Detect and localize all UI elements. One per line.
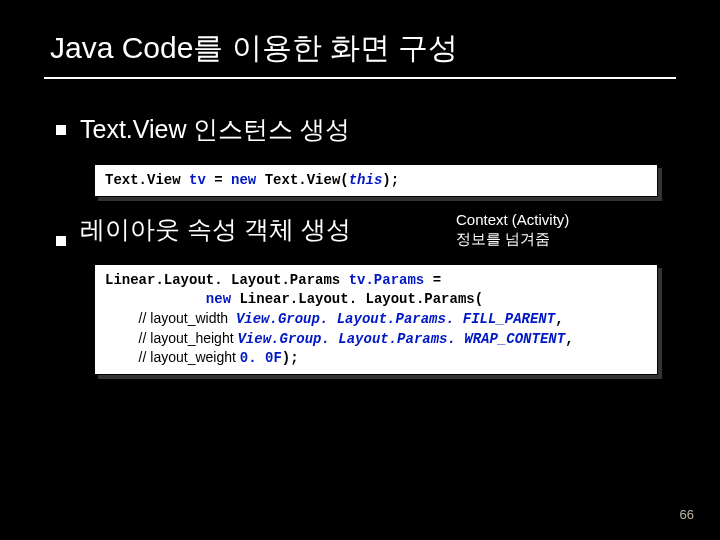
- bullet-icon: [56, 125, 66, 135]
- code1-semi: ;: [391, 172, 399, 188]
- c2l2-new: new: [206, 291, 231, 307]
- bullet-icon: [56, 236, 66, 246]
- code1-this: this: [349, 172, 383, 188]
- c2l2-indent: [105, 291, 206, 307]
- code1-lp: (: [340, 172, 348, 188]
- bullet-1-text: Text.View 인스턴스 생성: [80, 113, 350, 146]
- c2l3-indent: [105, 311, 139, 327]
- annotation-line2: 정보를 넘겨줌: [456, 229, 569, 249]
- slide-title: Java Code를 이용한 화면 구성: [50, 28, 670, 69]
- context-annotation: Context (Activity) 정보를 넘겨줌: [456, 210, 569, 249]
- code1-new: new: [231, 172, 256, 188]
- c2l1-t1: Linear.Layout. Layout.Params: [105, 272, 349, 288]
- c2l5-comment: // layout_weight: [139, 349, 240, 365]
- code1-rp: ): [382, 172, 390, 188]
- c2l4-comma: ,: [565, 331, 573, 347]
- bullet-2-row: 레이아웃 속성 객체 생성 Context (Activity) 정보를 넘겨줌: [56, 213, 670, 246]
- bullet-1: Text.View 인스턴스 생성: [56, 113, 670, 146]
- c2l3-comma: ,: [555, 311, 563, 327]
- slide: Java Code를 이용한 화면 구성 Text.View 인스턴스 생성 T…: [0, 0, 720, 540]
- c2l4-val: View.Group. Layout.Params. WRAP_CONTENT: [237, 331, 565, 347]
- c2l3-comment: // layout_width: [139, 310, 236, 326]
- c2l4-comment: // layout_height: [139, 330, 238, 346]
- page-number: 66: [680, 507, 694, 522]
- code1-type2: Text.View: [265, 172, 341, 188]
- code1-var: tv: [189, 172, 206, 188]
- c2l5-semi: ;: [290, 350, 298, 366]
- code1-sp: [256, 172, 264, 188]
- code-box-2: Linear.Layout. Layout.Params tv.Params =…: [94, 264, 658, 375]
- c2l3-val: View.Group. Layout.Params. FILL_PARENT: [236, 311, 555, 327]
- c2l5-indent: [105, 350, 139, 366]
- c2l5-val: 0. 0F: [240, 350, 282, 366]
- c2l4-indent: [105, 331, 139, 347]
- bullet-2-text: 레이아웃 속성 객체 생성: [80, 213, 351, 246]
- title-underline: [44, 77, 676, 79]
- code-box-1: Text.View tv = new Text.View(this);: [94, 164, 658, 197]
- c2l5-rp: ): [282, 350, 290, 366]
- code1-eq: =: [206, 172, 231, 188]
- c2l1-var: tv.Params: [349, 272, 425, 288]
- c2l2-t1: Linear.Layout. Layout.Params: [239, 291, 474, 307]
- annotation-line1: Context (Activity): [456, 210, 569, 230]
- c2l2-lp: (: [475, 291, 483, 307]
- code1-type1: Text.View: [105, 172, 189, 188]
- c2l1-eq: =: [424, 272, 441, 288]
